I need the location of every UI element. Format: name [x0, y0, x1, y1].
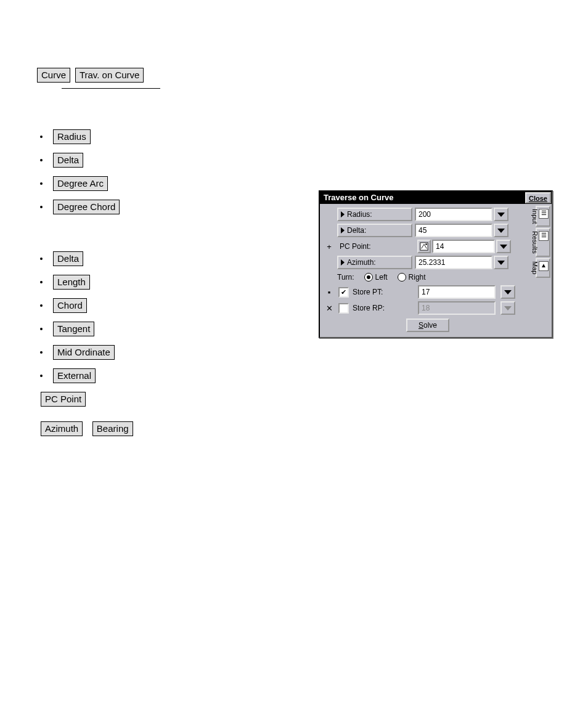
map-pick-icon[interactable] — [417, 240, 431, 253]
option-chord[interactable]: Chord — [53, 298, 87, 313]
option-delta[interactable]: Delta — [53, 153, 83, 168]
store-pt-input[interactable] — [418, 285, 496, 299]
tab-map-label: Map — [531, 261, 539, 274]
radius-dropdown[interactable] — [494, 208, 508, 221]
delta-input[interactable] — [415, 224, 492, 237]
azimuth-label: Azimuth: — [347, 258, 376, 267]
turn-label: Turn: — [337, 273, 354, 282]
x-icon: ✕ — [324, 304, 335, 313]
tab-results[interactable]: ☰ Results — [536, 228, 550, 257]
option-length[interactable]: Length — [53, 275, 90, 290]
trav-on-curve-button[interactable]: Trav. on Curve — [75, 68, 144, 83]
turn-right-label: Right — [409, 273, 426, 282]
solve-label-rest: olve — [423, 321, 437, 330]
azimuth-button[interactable]: Azimuth — [41, 421, 83, 436]
map-tab-icon: ▲ — [539, 261, 549, 271]
store-pt-label: Store PT: — [353, 288, 414, 296]
side-tabs: ☰ Input ☰ Results ▲ Map — [534, 204, 552, 337]
tab-results-label: Results — [531, 231, 539, 254]
azimuth-field-button[interactable]: Azimuth: — [337, 256, 412, 269]
pc-point-dropdown[interactable] — [496, 240, 511, 253]
chevron-down-icon — [497, 213, 505, 217]
radio-selected-icon — [364, 273, 373, 282]
delta-label: Delta: — [347, 226, 366, 235]
turn-left-label: Left — [375, 273, 388, 282]
chevron-down-icon — [497, 261, 505, 265]
traverse-on-curve-dialog: Traverse on Curve Close Radius: — [319, 190, 553, 338]
option-degree-chord[interactable]: Degree Chord — [53, 200, 120, 214]
results-tab-icon: ☰ — [539, 231, 549, 241]
azimuth-dropdown[interactable] — [494, 256, 508, 269]
store-rp-dropdown — [500, 301, 515, 315]
store-rp-label: Store RP: — [353, 304, 414, 312]
option-degree-arc[interactable]: Degree Arc — [53, 176, 108, 191]
pc-point-input[interactable] — [432, 240, 495, 253]
pc-point-label: PC Point: — [337, 242, 415, 251]
svg-point-1 — [425, 243, 427, 245]
turn-row: Turn: Left Right — [324, 270, 532, 284]
pc-point-button[interactable]: PC Point — [41, 392, 86, 407]
dialog-title: Traverse on Curve — [320, 192, 525, 204]
azimuth-input[interactable] — [415, 256, 492, 269]
close-button[interactable]: Close — [525, 192, 551, 203]
option-external[interactable]: External — [53, 368, 96, 383]
plus-icon: + — [324, 242, 335, 251]
turn-left-radio[interactable]: Left — [364, 273, 388, 282]
header-buttons: Curve Trav. on Curve — [37, 68, 551, 83]
dialog-titlebar: Traverse on Curve Close — [320, 192, 552, 204]
underline-divider — [62, 88, 160, 89]
chevron-down-icon — [500, 245, 507, 249]
tab-input[interactable]: ☰ Input — [536, 206, 550, 227]
delta-field-button[interactable]: Delta: — [337, 224, 412, 237]
turn-right-radio[interactable]: Right — [398, 273, 426, 282]
radio-icon — [398, 273, 406, 282]
chevron-down-icon — [504, 290, 512, 294]
store-rp-input — [418, 301, 496, 315]
store-pt-dropdown[interactable] — [500, 285, 515, 299]
option-mid-ordinate[interactable]: Mid Ordinate — [53, 345, 115, 360]
curve-button[interactable]: Curve — [37, 68, 70, 83]
square-icon: ▪ — [324, 288, 335, 297]
option-tangent[interactable]: Tangent — [53, 322, 94, 336]
chevron-down-icon — [504, 306, 512, 310]
radius-input[interactable] — [415, 208, 492, 221]
chevron-right-icon — [341, 211, 345, 217]
input-tab-icon: ☰ — [539, 209, 549, 219]
chevron-down-icon — [497, 229, 505, 233]
radius-field-button[interactable]: Radius: — [337, 208, 412, 221]
solve-button[interactable]: Solve — [406, 319, 449, 332]
chevron-right-icon — [341, 227, 345, 233]
chevron-right-icon — [341, 259, 345, 266]
delta-dropdown[interactable] — [494, 224, 508, 237]
option-delta-2[interactable]: Delta — [53, 251, 83, 266]
bearing-button[interactable]: Bearing — [92, 421, 133, 436]
tab-input-label: Input — [531, 209, 539, 224]
option-radius[interactable]: Radius — [53, 129, 91, 144]
radius-label: Radius: — [347, 210, 372, 219]
store-pt-checkbox[interactable]: ✔ — [338, 287, 349, 298]
tab-map[interactable]: ▲ Map — [536, 258, 550, 277]
store-rp-checkbox[interactable] — [338, 303, 349, 314]
